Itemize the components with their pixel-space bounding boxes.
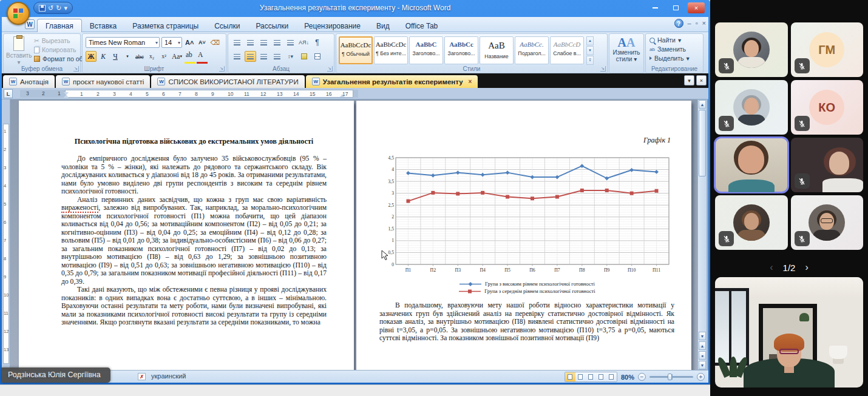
doc-tabs-dropdown-button[interactable]: ▾ bbox=[684, 75, 694, 86]
zoom-slider[interactable] bbox=[649, 376, 693, 378]
subscript-button[interactable]: x₂ bbox=[146, 51, 157, 62]
spellcheck-icon[interactable]: ✗ bbox=[138, 373, 146, 380]
styles-dialog-launcher[interactable]: ↘ bbox=[600, 66, 606, 72]
horizontal-ruler[interactable]: 321 1234567891011121314151617 bbox=[20, 90, 358, 98]
multilevel-list-button[interactable] bbox=[258, 37, 270, 48]
styles-gallery-expand[interactable]: ⊽ bbox=[586, 56, 594, 65]
numbering-button[interactable] bbox=[245, 37, 256, 48]
browse-next-button[interactable]: ▼ bbox=[699, 361, 706, 369]
doc-tab-1[interactable]: WАнотація bbox=[3, 75, 55, 88]
styles-scroll-up[interactable]: ▲ bbox=[586, 36, 594, 45]
style-chip-4[interactable]: AaBbCcЗаголово... bbox=[444, 36, 478, 64]
underline-arrow[interactable]: ▾ bbox=[122, 51, 133, 62]
justify-button[interactable] bbox=[271, 51, 283, 62]
outline-view-button[interactable] bbox=[596, 372, 606, 381]
ribbon-tab-5[interactable]: Рассылки bbox=[248, 19, 296, 32]
participant-tile-2[interactable]: ГМ bbox=[791, 22, 864, 77]
zoom-level[interactable]: 80% bbox=[621, 374, 634, 381]
ribbon-tab-7[interactable]: Вид bbox=[368, 19, 398, 32]
scroll-down-button[interactable]: ▼ bbox=[699, 332, 706, 340]
replace-button[interactable]: abЗаменить bbox=[649, 45, 690, 53]
zoom-out-button[interactable]: − bbox=[638, 373, 646, 381]
show-paragraph-marks-button[interactable]: ¶ bbox=[311, 37, 323, 48]
paste-button[interactable]: Вставить ▾ bbox=[6, 36, 32, 64]
participant-tile-4[interactable]: КО bbox=[791, 80, 864, 135]
underline-button[interactable]: Ч bbox=[110, 51, 121, 62]
participant-tile-6[interactable] bbox=[791, 138, 864, 192]
tab-stop-selector[interactable]: L bbox=[4, 89, 13, 98]
view-buttons[interactable] bbox=[565, 372, 617, 382]
doc-tabs-close-button[interactable]: × bbox=[696, 75, 707, 86]
styles-scroll-down[interactable]: ▼ bbox=[586, 46, 594, 55]
featured-video-tile[interactable] bbox=[715, 277, 863, 388]
ribbon-tab-8[interactable]: Office Tab bbox=[398, 19, 446, 32]
superscript-button[interactable]: x² bbox=[158, 51, 169, 62]
ribbon-tab-3[interactable]: Разметка страницы bbox=[124, 19, 206, 32]
style-chip-5[interactable]: АаВНазвание bbox=[480, 36, 514, 64]
doc-restore-icon[interactable]: ▫ bbox=[696, 20, 698, 27]
participant-tile-5[interactable] bbox=[715, 138, 788, 192]
borders-button[interactable] bbox=[311, 51, 323, 62]
line-spacing-button[interactable]: ↕▾ bbox=[285, 51, 296, 62]
shading-button[interactable] bbox=[298, 51, 310, 62]
pagination-next-icon[interactable]: › bbox=[805, 262, 808, 273]
close-button[interactable]: × bbox=[688, 2, 705, 13]
style-chip-6[interactable]: AaBbCc.Подзагол... bbox=[515, 36, 549, 64]
align-right-button[interactable] bbox=[258, 51, 270, 62]
bold-button[interactable]: Ж bbox=[86, 51, 97, 62]
change-styles-button[interactable]: AA Изменить стили ▾ bbox=[609, 34, 643, 62]
zoom-slider-handle[interactable] bbox=[668, 374, 672, 380]
scrollbar-thumb[interactable] bbox=[699, 110, 706, 176]
participant-tile-1[interactable] bbox=[715, 22, 788, 77]
change-case-button[interactable]: Aa▾ bbox=[171, 51, 183, 62]
find-button[interactable]: Найти ▾ bbox=[649, 36, 690, 44]
select-browse-object-button[interactable]: ● bbox=[699, 351, 706, 360]
draft-view-button[interactable] bbox=[606, 372, 617, 381]
doc-tab-4[interactable]: WУзагальнення результатів експерименту× bbox=[306, 75, 478, 88]
participant-tile-3[interactable] bbox=[715, 80, 788, 135]
style-chip-3[interactable]: AaBbCЗаголово... bbox=[409, 36, 443, 64]
ribbon-tab-6[interactable]: Рецензирование bbox=[296, 19, 368, 32]
office-button[interactable] bbox=[7, 2, 30, 25]
language-indicator[interactable]: украинский bbox=[151, 372, 186, 380]
web-layout-view-button[interactable] bbox=[586, 372, 596, 381]
ribbon-tab-2[interactable]: Вставка bbox=[82, 19, 125, 32]
sort-button[interactable]: АЯ↓ bbox=[298, 37, 310, 48]
font-dialog-launcher[interactable]: ↘ bbox=[219, 66, 225, 72]
help-icon[interactable]: ? bbox=[674, 19, 683, 28]
bullets-button[interactable] bbox=[231, 37, 243, 48]
clipboard-dialog-launcher[interactable]: ↘ bbox=[73, 66, 79, 72]
first-line-indent-marker[interactable] bbox=[64, 91, 68, 98]
italic-button[interactable]: К bbox=[98, 51, 109, 62]
align-left-button[interactable] bbox=[231, 51, 243, 62]
restore-button[interactable] bbox=[667, 2, 684, 13]
strikethrough-button[interactable]: abc bbox=[134, 51, 145, 62]
doc-tab-2[interactable]: Wпроєкт наукової статті bbox=[56, 75, 150, 88]
browse-previous-button[interactable]: ▲ bbox=[699, 341, 706, 350]
reading-view-button[interactable] bbox=[575, 372, 586, 381]
style-chip-1[interactable]: AaBbCcDc¶ Обычный bbox=[339, 36, 373, 64]
doc-tab-3[interactable]: WСПИСОК ВИКОРИСТАНОЇ ЛІТЕРАТУРИ bbox=[151, 75, 304, 88]
font-color-button[interactable]: А bbox=[197, 51, 208, 62]
document-page-1[interactable]: Психологічна підготовка військових до ек… bbox=[19, 101, 354, 370]
ribbon-tab-4[interactable]: Ссылки bbox=[206, 19, 248, 32]
font-family-combobox[interactable]: Times New Roman▾ bbox=[86, 37, 160, 48]
minimize-button[interactable] bbox=[646, 2, 663, 13]
doc-tab-close-icon[interactable]: × bbox=[469, 78, 472, 85]
grow-font-button[interactable]: A˄ bbox=[184, 37, 195, 48]
clear-formatting-button[interactable]: ⌫ bbox=[209, 37, 221, 48]
pagination-previous-icon[interactable]: ‹ bbox=[770, 262, 773, 273]
font-size-combobox[interactable]: 14▾ bbox=[161, 37, 182, 48]
paragraph-dialog-launcher[interactable]: ↘ bbox=[327, 66, 333, 72]
participant-tile-7[interactable] bbox=[715, 195, 788, 250]
zoom-in-button[interactable]: + bbox=[697, 373, 705, 381]
ribbon-tab-1[interactable]: Главная bbox=[37, 19, 82, 32]
decrease-indent-button[interactable] bbox=[271, 37, 283, 48]
shrink-font-button[interactable]: A˅ bbox=[197, 37, 207, 48]
select-button[interactable]: Выделить ▾ bbox=[649, 55, 690, 62]
style-chip-7[interactable]: AaBbCcDСлабое в... bbox=[550, 36, 584, 64]
style-chip-2[interactable]: AaBbCcDc¶ Без инте... bbox=[374, 36, 408, 64]
highlight-button[interactable]: ab bbox=[185, 51, 195, 62]
doc-minimize-icon[interactable]: – bbox=[688, 20, 691, 27]
increase-indent-button[interactable] bbox=[285, 37, 296, 48]
